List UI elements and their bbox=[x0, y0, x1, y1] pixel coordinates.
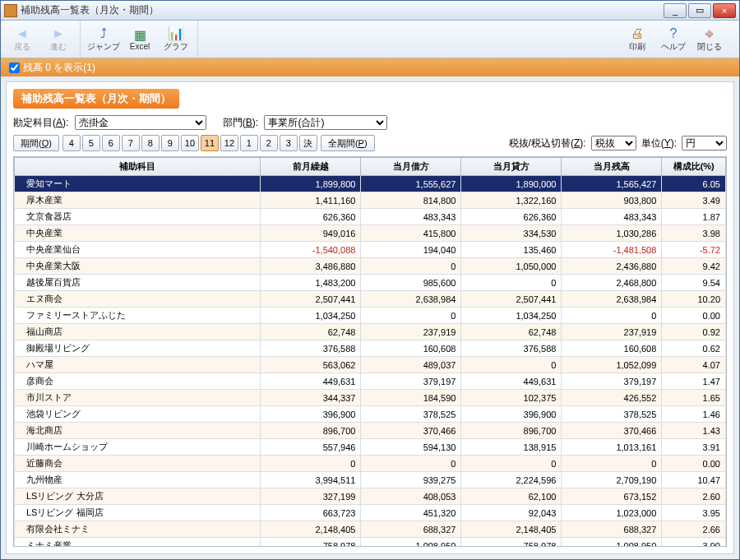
period-7[interactable]: 7 bbox=[122, 135, 140, 151]
period-1[interactable]: 1 bbox=[240, 135, 258, 151]
page-title: 補助残高一覧表（月次・期間） bbox=[13, 89, 179, 109]
tax-toggle-label: 税抜/税込切替(Z): bbox=[509, 137, 586, 150]
period-決[interactable]: 決 bbox=[299, 135, 317, 151]
unit-select[interactable]: 円 bbox=[682, 136, 727, 150]
period-6[interactable]: 6 bbox=[102, 135, 120, 151]
close-button[interactable]: ⎆ 閉じる bbox=[693, 23, 726, 56]
table-row[interactable]: 海北商店896,700370,466896,700370,4661.43 bbox=[15, 423, 726, 439]
excel-button[interactable]: ▦ Excel bbox=[123, 23, 156, 56]
table-row[interactable]: 中央産業仙台-1,540,088194,040135,460-1,481,508… bbox=[15, 242, 726, 258]
all-period-button[interactable]: 全期間(P) bbox=[321, 135, 375, 151]
chart-icon: 📊 bbox=[168, 26, 184, 41]
period-3[interactable]: 3 bbox=[280, 135, 298, 151]
table-row[interactable]: ハマ屋563,062489,03701,052,0994.07 bbox=[15, 357, 726, 373]
account-select[interactable]: 売掛金 bbox=[75, 115, 206, 130]
window-close-button[interactable]: × bbox=[713, 3, 736, 18]
table-row[interactable]: 中央産業949,016415,800334,5301,030,2863.98 bbox=[15, 225, 726, 242]
period-12[interactable]: 12 bbox=[220, 135, 238, 151]
col-header[interactable]: 前月繰越 bbox=[261, 158, 361, 176]
table-row[interactable]: 有限会社ミナミ2,148,405688,3272,148,405688,3272… bbox=[15, 521, 726, 538]
table-row[interactable]: ミナミ産業758,9781,008,950758,9781,008,9503.9… bbox=[15, 538, 726, 548]
back-button[interactable]: ◄ 戻る bbox=[6, 23, 39, 56]
jump-button[interactable]: ⤴ ジャンプ bbox=[87, 23, 120, 56]
table-row[interactable]: LSリビング 大分店327,199408,05362,100673,1522.6… bbox=[15, 488, 726, 505]
col-header[interactable]: 当月借方 bbox=[361, 158, 461, 176]
table-row[interactable]: 九州物産3,994,511939,2752,224,5962,709,19010… bbox=[15, 472, 726, 488]
table-row[interactable]: エヌ商会2,507,4412,638,9842,507,4412,638,984… bbox=[15, 291, 726, 308]
period-11[interactable]: 11 bbox=[201, 135, 219, 151]
graph-button[interactable]: 📊 グラフ bbox=[160, 23, 192, 56]
table-row[interactable]: ファミリーストアふじた1,034,25001,034,25000.00 bbox=[15, 308, 726, 324]
table-row[interactable]: 近藤商会00000.00 bbox=[15, 456, 726, 472]
period-9[interactable]: 9 bbox=[161, 135, 179, 151]
titlebar: 補助残高一覧表（月次・期間） _ ▭ × bbox=[1, 1, 739, 21]
dept-label: 部門(B): bbox=[223, 117, 258, 128]
table-row[interactable]: 御殿場リビング376,588160,608376,588160,6080.62 bbox=[15, 340, 726, 357]
options-bar: 残高 0 を表示(1) bbox=[1, 58, 739, 76]
period-2[interactable]: 2 bbox=[260, 135, 278, 151]
account-label: 勘定科目(A): bbox=[13, 117, 68, 128]
app-icon bbox=[4, 4, 17, 17]
forward-button[interactable]: ► 進む bbox=[42, 23, 75, 56]
col-header[interactable]: 補助科目 bbox=[15, 158, 261, 176]
table-row[interactable]: 愛知マート1,899,8001,555,6271,890,0001,565,42… bbox=[15, 176, 726, 192]
dept-select[interactable]: 事業所(合計) bbox=[264, 115, 387, 130]
tax-select[interactable]: 税抜 bbox=[591, 136, 636, 150]
table-row[interactable]: 池袋リビング396,900378,525396,900378,5251.46 bbox=[15, 406, 726, 423]
col-header[interactable]: 当月残高 bbox=[562, 158, 662, 176]
table-row[interactable]: 文京食器店626,360483,343626,360483,3431.87 bbox=[15, 209, 726, 225]
col-header[interactable]: 当月貸方 bbox=[461, 158, 562, 176]
print-button[interactable]: 🖨 印刷 bbox=[621, 23, 654, 56]
show-zero-label: 残高 0 を表示(1) bbox=[23, 61, 95, 75]
table-row[interactable]: 越後屋百貨店1,483,200985,60002,468,8009.54 bbox=[15, 275, 726, 291]
unit-label: 単位(Y): bbox=[641, 137, 677, 150]
jump-icon: ⤴ bbox=[95, 26, 112, 41]
period-4[interactable]: 4 bbox=[62, 135, 81, 151]
period-8[interactable]: 8 bbox=[141, 135, 160, 151]
table-row[interactable]: 市川ストア344,337184,590102,375426,5521.65 bbox=[15, 390, 726, 406]
help-button[interactable]: ? ヘルプ bbox=[657, 23, 690, 56]
show-zero-checkbox[interactable] bbox=[9, 62, 20, 73]
window-title: 補助残高一覧表（月次・期間） bbox=[21, 3, 664, 17]
toolbar: ◄ 戻る ► 進む ⤴ ジャンプ ▦ Excel 📊 グラフ bbox=[1, 21, 739, 58]
printer-icon: 🖨 bbox=[629, 26, 645, 41]
minimize-button[interactable]: _ bbox=[664, 3, 687, 18]
table-row[interactable]: 中央産業大阪3,486,88001,050,0002,436,8809.42 bbox=[15, 258, 726, 275]
maximize-button[interactable]: ▭ bbox=[688, 3, 711, 18]
door-icon: ⎆ bbox=[701, 26, 718, 41]
period-5[interactable]: 5 bbox=[82, 135, 100, 151]
period-button[interactable]: 期間(Q) bbox=[13, 135, 59, 151]
table-row[interactable]: 福山商店62,748237,91962,748237,9190.92 bbox=[15, 324, 726, 340]
excel-icon: ▦ bbox=[132, 27, 148, 42]
table-row[interactable]: 彦商会449,631379,197449,631379,1971.47 bbox=[15, 373, 726, 390]
table-row[interactable]: 川崎ホームショップ557,946594,130138,9151,013,1613… bbox=[15, 439, 726, 456]
balance-table: 補助科目前月繰越当月借方当月貸方当月残高構成比(%) 愛知マート1,899,80… bbox=[14, 157, 726, 547]
help-icon: ? bbox=[665, 26, 682, 41]
arrow-left-icon: ◄ bbox=[14, 26, 30, 41]
table-row[interactable]: 厚木産業1,411,160814,8001,322,160903,8003.49 bbox=[15, 192, 726, 209]
table-row[interactable]: LSリビング 福岡店663,723451,32092,0431,023,0003… bbox=[15, 505, 726, 521]
period-10[interactable]: 10 bbox=[181, 135, 199, 151]
col-header[interactable]: 構成比(%) bbox=[662, 158, 726, 176]
arrow-right-icon: ► bbox=[50, 26, 67, 41]
